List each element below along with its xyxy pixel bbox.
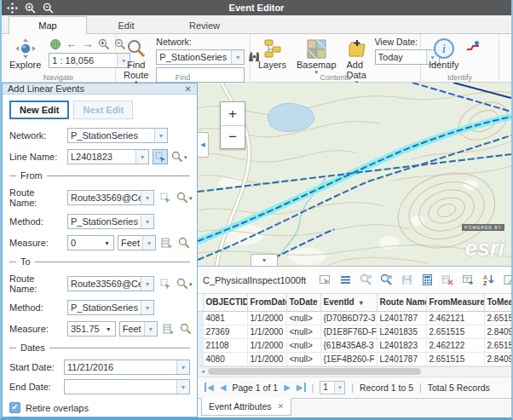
- to-measure-combobox[interactable]: 351.75 ▾: [67, 321, 116, 337]
- column-header-frommeasure[interactable]: FromMeasure: [426, 294, 484, 311]
- column-header-eventid[interactable]: EventId▾: [320, 294, 377, 311]
- network-combobox[interactable]: P_StationSeries ▾: [67, 128, 168, 143]
- chevron-down-icon[interactable]: ▾: [176, 360, 189, 374]
- table-row[interactable]: 4080 1/1/2000 <null> {1EF4B260-F L240178…: [198, 352, 511, 365]
- table-row[interactable]: 4081 1/1/2000 <null> {D70B6D72-3 L240178…: [198, 311, 511, 325]
- zoom-to-to-route-button[interactable]: ▾: [176, 278, 193, 290]
- tab-review[interactable]: Review: [165, 17, 244, 33]
- tab-edit[interactable]: Edit: [87, 17, 165, 33]
- lake: [268, 103, 314, 131]
- pan-to-selection-icon[interactable]: [380, 273, 393, 287]
- from-group-divider: From: [9, 170, 190, 181]
- zoom-to-from-route-button[interactable]: ▾: [176, 192, 193, 204]
- horizontal-scrollbar[interactable]: ◂: [198, 366, 511, 377]
- chevron-down-icon[interactable]: ▾: [102, 322, 115, 336]
- first-page-icon[interactable]: ◀: [205, 383, 214, 392]
- identify-route-location-icon[interactable]: [466, 40, 480, 54]
- zoom-to-to-measure-button[interactable]: [180, 323, 192, 335]
- map-zoom-out-button[interactable]: −: [221, 125, 245, 148]
- retire-overlaps-checkbox[interactable]: ✔: [9, 402, 20, 413]
- previous-page-icon[interactable]: ◀: [220, 383, 227, 392]
- next-extent-icon[interactable]: →: [81, 37, 94, 50]
- chevron-down-icon[interactable]: ▾: [135, 150, 148, 164]
- end-date-picker[interactable]: ▾: [64, 379, 190, 394]
- table-row[interactable]: 27369 1/1/2000 <null> {D1E8F76D-F L24018…: [198, 325, 511, 338]
- scroll-left-icon[interactable]: ◂: [198, 368, 208, 375]
- explore-button[interactable]: Explore: [7, 37, 43, 71]
- tab-event-attributes[interactable]: Event Attributes ✕: [201, 398, 291, 416]
- select-route-on-map-icon[interactable]: [158, 190, 173, 205]
- chevron-down-icon[interactable]: ▾: [176, 380, 189, 394]
- collapse-table-icon[interactable]: ▼: [251, 254, 278, 266]
- collapse-panel-icon[interactable]: ◀: [198, 132, 209, 158]
- basemap-button[interactable]: Basemap ▾: [294, 37, 338, 75]
- chevron-down-icon[interactable]: ▾: [144, 322, 157, 336]
- network-ribbon-combobox[interactable]: P_StationSeries ▾: [156, 49, 245, 65]
- full-extent-icon[interactable]: [49, 37, 61, 50]
- map-zoom-in-button[interactable]: +: [221, 102, 245, 125]
- to-route-combobox[interactable]: Route33569@Centr ▾: [67, 276, 154, 291]
- delete-record-icon[interactable]: [441, 273, 454, 287]
- layers-button[interactable]: Layers: [256, 37, 289, 71]
- next-page-icon[interactable]: ▶: [284, 383, 291, 392]
- zoom-to-line-button[interactable]: ▾: [171, 151, 187, 163]
- merge-coincident-checkbox[interactable]: ✔: [9, 417, 20, 420]
- svg-text:A: A: [483, 274, 487, 280]
- attribute-table: OBJECTID FromDate ToDate EventId▾ Route …: [198, 294, 511, 366]
- layers-icon: [262, 37, 283, 60]
- scrollbar-thumb[interactable]: [208, 368, 421, 375]
- table-row[interactable]: 21108 1/1/2000 <null> {61B435A8-3 L24018…: [198, 338, 511, 352]
- zoom-to-selection-icon[interactable]: [360, 273, 372, 287]
- switch-table-icon[interactable]: [462, 273, 475, 287]
- new-edit-button[interactable]: New Edit: [9, 101, 69, 119]
- chevron-down-icon[interactable]: ▾: [154, 129, 167, 142]
- pick-measure-on-map-icon[interactable]: [161, 321, 176, 337]
- from-method-combobox[interactable]: P_StationSeries ▾: [67, 214, 154, 229]
- previous-extent-icon[interactable]: ←: [65, 37, 78, 50]
- start-date-picker[interactable]: 11/21/2016 ▾: [64, 360, 190, 375]
- identify-button[interactable]: i Identify: [426, 37, 461, 71]
- chevron-down-icon[interactable]: ▾: [141, 277, 153, 291]
- zoom-to-from-measure-button[interactable]: [178, 237, 190, 249]
- event-editor-window: Event Editor Map Edit Review Explore ←: [0, 0, 513, 420]
- next-edit-button[interactable]: Next Edit: [73, 101, 133, 119]
- map-canvas[interactable]: + − ◀ ▼ POWERED BY esri: [198, 83, 511, 267]
- chevron-down-icon[interactable]: ▾: [141, 215, 153, 228]
- from-units-combobox[interactable]: Feet ▾: [118, 235, 156, 250]
- attachments-icon[interactable]: [503, 273, 513, 287]
- fixed-zoom-in-icon[interactable]: [97, 37, 110, 50]
- window-title: Event Editor: [2, 3, 511, 13]
- to-units-combobox[interactable]: Feet ▾: [119, 321, 158, 337]
- select-route-on-map-icon[interactable]: [158, 276, 173, 291]
- sort-icon[interactable]: AZ: [482, 273, 495, 287]
- chevron-down-icon[interactable]: ▾: [141, 191, 153, 204]
- line-name-combobox[interactable]: L2401823 ▾: [67, 149, 149, 164]
- chevron-down-icon[interactable]: ▾: [231, 50, 244, 64]
- calculate-field-icon[interactable]: [421, 273, 434, 287]
- chevron-down-icon[interactable]: ▾: [141, 301, 153, 314]
- close-icon[interactable]: ✕: [185, 84, 192, 94]
- esri-logo: esri: [465, 235, 504, 261]
- chevron-down-icon[interactable]: ▾: [142, 236, 155, 250]
- column-header-tomeasure[interactable]: ToMeasure: [484, 294, 511, 311]
- from-route-name-label: Route Name:: [9, 187, 64, 208]
- save-icon[interactable]: [401, 273, 413, 287]
- page-number-combobox[interactable]: 1 ▾: [320, 381, 345, 394]
- to-method-combobox[interactable]: P_StationSeries ▾: [67, 300, 154, 315]
- column-header-routename[interactable]: Route Name: [377, 294, 426, 311]
- last-page-icon[interactable]: ▶: [297, 383, 306, 392]
- from-route-combobox[interactable]: Route33569@Centr ▾: [67, 190, 154, 205]
- tab-map[interactable]: Map: [9, 16, 87, 34]
- pick-measure-on-map-icon[interactable]: [159, 235, 175, 250]
- from-measure-combobox[interactable]: 0 ▾: [67, 235, 114, 250]
- close-icon[interactable]: ✕: [278, 402, 285, 411]
- column-header-objectid[interactable]: OBJECTID: [203, 294, 247, 311]
- chevron-down-icon[interactable]: ▾: [101, 236, 113, 250]
- chevron-down-icon[interactable]: ▾: [334, 382, 344, 394]
- select-line-on-map-icon[interactable]: [153, 149, 168, 164]
- svg-text:Z: Z: [483, 280, 487, 286]
- column-header-fromdate[interactable]: FromDate: [247, 294, 286, 311]
- column-header-todate[interactable]: ToDate: [286, 294, 320, 311]
- select-records-icon[interactable]: [319, 273, 331, 287]
- show-selected-records-icon[interactable]: [339, 273, 352, 287]
